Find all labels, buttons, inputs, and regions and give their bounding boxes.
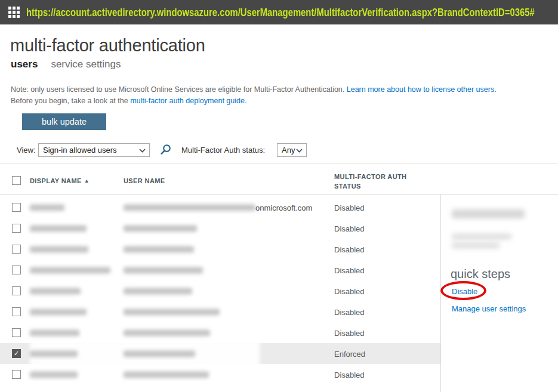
table-row[interactable]: onmicrosoft.com Disabled	[0, 197, 440, 218]
table-row[interactable]: Disabled	[0, 301, 440, 322]
display-name-blurred	[30, 308, 87, 315]
user-name-blurred	[124, 204, 255, 211]
quick-steps-heading: quick steps	[451, 267, 510, 281]
note-line-2: Before you begin, take a look at the mul…	[11, 95, 497, 107]
mfa-status-value: Disabled	[334, 286, 365, 295]
apps-grid-icon[interactable]	[8, 7, 20, 18]
note-line-2-text: Before you begin, take a look at the	[11, 97, 130, 105]
search-icon[interactable]	[159, 143, 172, 156]
column-header-display-name[interactable]: DISPLAY NAME▲	[30, 177, 90, 184]
mfa-status-value: Disabled	[334, 245, 365, 254]
manage-user-settings-link[interactable]: Manage user settings	[452, 304, 526, 313]
mfa-status-select[interactable]: Any	[277, 143, 307, 157]
user-name-blurred	[124, 329, 210, 336]
table-row[interactable]: Disabled	[0, 218, 440, 239]
tab-service-settings[interactable]: service settings	[51, 58, 121, 70]
user-name-blurred	[124, 267, 203, 273]
row-checkbox[interactable]	[12, 224, 21, 233]
selected-user-name-blurred	[452, 209, 525, 218]
display-name-blurred	[30, 350, 78, 357]
display-name-blurred	[30, 204, 64, 211]
note-line-1-text: Note: only users licensed to use Microso…	[11, 85, 347, 94]
display-name-blurred	[30, 288, 81, 294]
mfa-status-value: Disabled	[334, 266, 365, 274]
disable-action-link[interactable]: Disable	[452, 287, 477, 296]
display-name-blurred	[30, 225, 87, 232]
table-row-selected[interactable]: Enforced	[0, 343, 440, 364]
user-name-blurred	[124, 288, 192, 294]
table-row[interactable]: Disabled	[0, 364, 440, 385]
row-checkbox[interactable]	[12, 307, 21, 316]
user-name-domain: onmicrosoft.com	[255, 203, 312, 212]
deployment-guide-link[interactable]: multi-factor auth deployment guide.	[130, 97, 246, 105]
table-row[interactable]: Disabled	[0, 260, 440, 280]
row-checkbox[interactable]	[12, 245, 21, 254]
display-name-blurred	[30, 329, 79, 336]
note-line-1: Note: only users licensed to use Microso…	[11, 84, 497, 95]
table-row[interactable]: Disabled	[0, 280, 440, 301]
view-label: View:	[17, 144, 36, 157]
mfa-status-value: Disabled	[334, 203, 365, 212]
display-name-blurred	[30, 267, 110, 273]
select-all-checkbox[interactable]	[12, 176, 21, 185]
chevron-down-icon	[296, 149, 303, 153]
view-select-value: Sign-in allowed users	[43, 146, 117, 155]
sort-ascending-icon: ▲	[84, 178, 90, 184]
mfa-status-value: Enforced	[334, 349, 365, 358]
user-name-blurred	[124, 308, 220, 315]
page-url[interactable]: https://account.activedirectory.windowsa…	[26, 0, 535, 24]
user-name-blurred	[124, 371, 209, 378]
mfa-status-value: Disabled	[334, 370, 365, 379]
user-name-blurred	[124, 350, 195, 357]
chevron-down-icon	[139, 149, 146, 153]
row-checkbox[interactable]	[12, 286, 21, 295]
page: https://account.activedirectory.windowsa…	[0, 0, 558, 392]
tab-users[interactable]: users	[11, 58, 38, 70]
user-table: onmicrosoft.com Disabled Disabled Disabl…	[0, 197, 440, 385]
column-header-mfa-status[interactable]: MULTI-FACTOR AUTH STATUS	[334, 172, 418, 191]
mfa-status-select-value: Any	[282, 146, 295, 155]
view-select[interactable]: Sign-in allowed users	[38, 143, 150, 157]
browser-address-bar: https://account.activedirectory.windowsa…	[0, 0, 558, 24]
mfa-status-value: Disabled	[334, 328, 365, 337]
selected-user-email-blurred	[452, 234, 511, 239]
user-name-blurred	[124, 246, 194, 252]
selected-user-info-blurred	[452, 243, 500, 248]
row-checkbox[interactable]	[12, 370, 21, 379]
display-name-blurred	[30, 246, 88, 252]
note-text: Note: only users licensed to use Microso…	[11, 84, 497, 107]
row-checkbox[interactable]	[12, 203, 21, 212]
user-name-blurred	[124, 225, 197, 232]
mfa-status-filter-label: Multi-Factor Auth status:	[181, 144, 265, 157]
row-checkbox[interactable]	[12, 328, 21, 337]
mfa-status-value: Disabled	[334, 307, 365, 316]
tab-bar: users service settings	[11, 58, 121, 70]
row-checkbox-checked[interactable]	[12, 349, 21, 358]
license-users-link[interactable]: Learn more about how to license other us…	[347, 85, 497, 94]
display-name-blurred	[30, 371, 78, 378]
column-header-user-name[interactable]: USER NAME	[124, 177, 165, 184]
table-row[interactable]: Disabled	[0, 239, 440, 260]
mfa-status-value: Disabled	[334, 224, 365, 233]
page-title: multi-factor authentication	[10, 36, 205, 55]
bulk-update-button[interactable]: bulk update	[22, 113, 106, 130]
details-panel-divider	[440, 195, 441, 392]
row-checkbox[interactable]	[12, 266, 21, 274]
table-top-divider	[0, 163, 558, 163]
column-header-display-name-label: DISPLAY NAME	[30, 177, 82, 184]
table-header-divider	[0, 194, 558, 195]
